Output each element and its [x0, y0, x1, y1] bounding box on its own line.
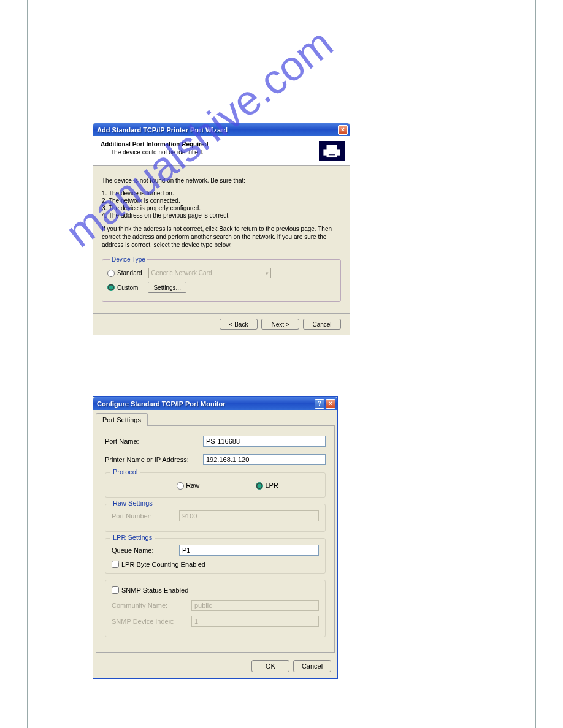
help-icon[interactable]: ? — [315, 399, 324, 409]
close-icon[interactable]: × — [338, 125, 348, 135]
snmp-index-row: SNMP Device Index: — [112, 616, 319, 627]
port-name-input[interactable] — [203, 436, 326, 447]
ip-row: Printer Name or IP Address: — [105, 454, 326, 465]
snmp-index-input — [191, 616, 319, 627]
queue-name-row: Queue Name: — [112, 545, 319, 556]
list-item: 2. The network is connected. — [102, 197, 341, 204]
configure-title: Configure Standard TCP/IP Port Monitor — [97, 400, 315, 408]
lpr-radio[interactable] — [256, 482, 263, 490]
device-type-fieldset: Device Type Standard Generic Network Car… — [102, 256, 341, 302]
custom-radio-label: Custom — [117, 284, 138, 291]
svg-rect-4 — [329, 156, 335, 156]
configure-button-row: OK Cancel — [93, 655, 337, 678]
snmp-row: SNMP Status Enabled — [112, 586, 319, 594]
close-icon[interactable]: × — [326, 399, 335, 409]
lpr-settings-fieldset: LPR Settings Queue Name: LPR Byte Counti… — [105, 538, 326, 574]
queue-name-input[interactable] — [179, 545, 319, 556]
add-port-wizard-dialog: Add Standard TCP/IP Printer Port Wizard … — [93, 123, 350, 335]
snmp-label: SNMP Status Enabled — [121, 586, 188, 594]
custom-radio[interactable] — [107, 284, 115, 291]
standard-combo: Generic Network Card — [148, 268, 271, 278]
standard-radio-row: Standard Generic Network Card — [107, 268, 335, 278]
list-item: 1. The device is turned on. — [102, 190, 341, 197]
custom-radio-row: Custom Settings... — [107, 282, 335, 293]
queue-name-label: Queue Name: — [112, 547, 179, 554]
lpr-byte-checkbox[interactable] — [112, 561, 119, 568]
configure-titlebar: Configure Standard TCP/IP Port Monitor ?… — [93, 397, 337, 410]
lpr-byte-label: LPR Byte Counting Enabled — [121, 561, 205, 568]
wizard-instruction: If you think the address is not correct,… — [102, 225, 341, 249]
ok-button[interactable]: OK — [251, 660, 289, 672]
protocol-fieldset: Protocol Raw LPR — [105, 472, 326, 498]
wizard-header-text: Additional Port Information Required The… — [101, 141, 319, 161]
raw-settings-fieldset: Raw Settings Port Number: — [105, 504, 326, 532]
printer-icon — [319, 141, 345, 161]
port-number-row: Port Number: — [112, 510, 319, 521]
wizard-header-subtitle: The device could not be identified. — [110, 149, 319, 156]
ip-label: Printer Name or IP Address: — [105, 456, 203, 463]
wizard-header: Additional Port Information Required The… — [93, 136, 350, 166]
list-item: 4. The address on the previous page is c… — [102, 212, 341, 219]
standard-radio-label: Standard — [117, 270, 142, 276]
list-item: 3. The device is properly configured. — [102, 205, 341, 211]
tab-port-settings[interactable]: Port Settings — [96, 413, 148, 426]
snmp-fieldset: SNMP Status Enabled Community Name: SNMP… — [105, 580, 326, 637]
wizard-titlebar: Add Standard TCP/IP Printer Port Wizard … — [93, 123, 350, 136]
port-number-label: Port Number: — [112, 512, 179, 520]
lpr-byte-row: LPR Byte Counting Enabled — [112, 561, 319, 568]
next-button[interactable]: Next > — [261, 319, 299, 330]
lpr-settings-legend: LPR Settings — [110, 534, 155, 541]
snmp-checkbox[interactable] — [112, 586, 119, 594]
community-row: Community Name: — [112, 600, 319, 611]
snmp-index-label: SNMP Device Index: — [112, 618, 191, 625]
tab-body: Port Name: Printer Name or IP Address: P… — [96, 425, 335, 653]
raw-radio-label: Raw — [186, 482, 199, 489]
port-name-label: Port Name: — [105, 438, 203, 445]
cancel-button[interactable]: Cancel — [303, 319, 341, 330]
protocol-legend: Protocol — [110, 468, 140, 476]
community-input — [191, 600, 319, 611]
community-label: Community Name: — [112, 602, 191, 609]
standard-radio[interactable] — [107, 270, 115, 277]
lpr-radio-label: LPR — [265, 482, 278, 489]
tab-strip: Port Settings — [93, 410, 337, 425]
wizard-button-row: < Back Next > Cancel — [93, 313, 350, 335]
wizard-body: The device is not found on the network. … — [93, 166, 350, 313]
svg-rect-2 — [327, 153, 337, 157]
protocol-radios: Raw LPR — [112, 479, 319, 492]
cancel-button[interactable]: Cancel — [293, 660, 331, 672]
port-number-input — [179, 510, 319, 521]
raw-radio[interactable] — [177, 482, 184, 490]
port-name-row: Port Name: — [105, 436, 326, 447]
device-type-legend: Device Type — [110, 256, 147, 263]
svg-rect-1 — [327, 145, 337, 151]
raw-settings-legend: Raw Settings — [110, 499, 155, 507]
back-button[interactable]: < Back — [220, 319, 258, 330]
page-border: Add Standard TCP/IP Printer Port Wizard … — [27, 0, 536, 728]
configure-port-dialog: Configure Standard TCP/IP Port Monitor ?… — [93, 396, 338, 679]
settings-button[interactable]: Settings... — [148, 282, 186, 293]
wizard-info-line: The device is not found on the network. … — [102, 177, 341, 184]
wizard-title: Add Standard TCP/IP Printer Port Wizard — [97, 126, 338, 134]
wizard-checklist: 1. The device is turned on. 2. The netwo… — [102, 190, 341, 219]
svg-rect-3 — [329, 154, 335, 155]
wizard-header-title: Additional Port Information Required — [101, 141, 319, 148]
ip-input[interactable] — [203, 454, 326, 465]
